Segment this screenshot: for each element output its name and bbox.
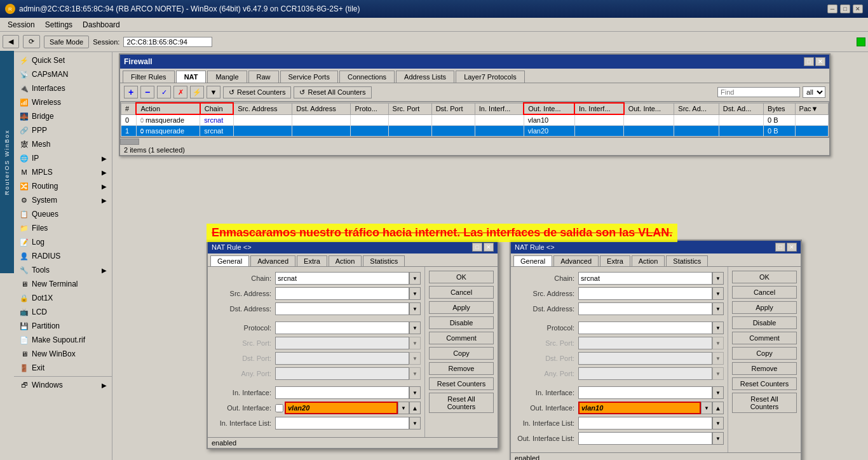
sidebar-item-queues[interactable]: 📋 Queues (14, 207, 112, 221)
session-input[interactable] (123, 37, 212, 47)
nat-rule-1-tab-general[interactable]: General (210, 255, 249, 266)
protocol-dropdown[interactable]: ▼ (409, 321, 421, 334)
nat2-out-interface-up-btn[interactable]: ▲ (712, 402, 724, 414)
nat-rule-2-reset-counters-btn[interactable]: Reset Counters (732, 377, 797, 390)
nat-rule-2-tab-general[interactable]: General (513, 255, 552, 266)
nat-rule-2-remove-btn[interactable]: Remove (732, 362, 797, 375)
nat-rule-2-copy-btn[interactable]: Copy (732, 347, 797, 360)
sidebar-item-routing[interactable]: 🔀 Routing ▶ (14, 179, 112, 193)
add-rule-btn[interactable]: + (124, 86, 138, 98)
sidebar-item-windows[interactable]: 🗗 Windows ▶ (14, 378, 112, 392)
menu-dashboard[interactable]: Dashboard (78, 19, 125, 30)
sidebar-item-lcd[interactable]: 📺 LCD (14, 305, 112, 319)
table-row[interactable]: 0 ⧮masquerade srcnat vlan10 (121, 114, 829, 126)
nat2-chain-input[interactable] (578, 272, 712, 285)
in-interface-dropdown[interactable]: ▼ (409, 386, 421, 399)
out-interface-input[interactable] (285, 402, 398, 414)
nat-rule-2-minimize[interactable]: □ (775, 243, 785, 252)
sidebar-item-new-winbox[interactable]: 🖥 New WinBox (14, 347, 112, 361)
nat2-in-interface-dropdown[interactable]: ▼ (712, 386, 724, 399)
sidebar-item-mpls[interactable]: M MPLS ▶ (14, 165, 112, 179)
safe-mode-btn[interactable]: Safe Mode (44, 36, 89, 48)
nat2-protocol-input[interactable] (578, 321, 712, 334)
out-interface-up-btn[interactable]: ▲ (409, 402, 421, 414)
nat2-src-input[interactable] (578, 287, 712, 300)
nat-rule-2-tab-action[interactable]: Action (632, 255, 665, 266)
nat-rule-2-cancel-btn[interactable]: Cancel (732, 286, 797, 299)
dst-address-input[interactable] (275, 302, 409, 315)
nat-rule-2-reset-all-btn[interactable]: Reset All Counters (732, 393, 797, 413)
nat-rule-2-disable-btn[interactable]: Disable (732, 316, 797, 329)
firewall-close-btn[interactable]: ✕ (815, 57, 825, 66)
menu-settings[interactable]: Settings (40, 19, 78, 30)
nat-rule-1-disable-btn[interactable]: Disable (429, 316, 494, 329)
nat2-in-interface-list-input[interactable] (578, 417, 712, 430)
remove-rule-btn[interactable]: − (140, 86, 154, 98)
sidebar-item-dot1x[interactable]: 🔒 Dot1X (14, 291, 112, 305)
reset-counters-btn[interactable]: ↺ Reset Counters (223, 86, 291, 98)
nat-rule-1-reset-counters-btn[interactable]: Reset Counters (429, 377, 494, 390)
tab-filter-rules[interactable]: Filter Rules (123, 71, 175, 83)
nat-rule-1-close[interactable]: ✕ (484, 243, 494, 252)
menu-session[interactable]: Session (3, 19, 40, 30)
tab-nat[interactable]: NAT (176, 71, 207, 83)
enable-rule-btn[interactable]: ✓ (157, 86, 171, 98)
table-scrollbar[interactable] (120, 137, 829, 145)
nat2-protocol-dropdown[interactable]: ▼ (712, 321, 724, 334)
nat2-dst-input[interactable] (578, 302, 712, 315)
sidebar-item-tools[interactable]: 🔧 Tools ▶ (14, 263, 112, 277)
nat-rule-1-minimize[interactable]: □ (472, 243, 482, 252)
sidebar-item-files[interactable]: 📁 Files (14, 221, 112, 235)
sidebar-item-capsman[interactable]: 📡 CAPsMAN (14, 67, 112, 81)
firewall-minimize-btn[interactable]: □ (804, 57, 814, 66)
nat-rule-1-ok-btn[interactable]: OK (429, 271, 494, 283)
tab-layer7[interactable]: Layer7 Protocols (456, 71, 525, 83)
sidebar-item-partition[interactable]: 💾 Partition (14, 319, 112, 333)
out-interface-checkbox[interactable] (275, 404, 283, 412)
sidebar-item-ip[interactable]: 🌐 IP ▶ (14, 151, 112, 165)
nat-rule-2-apply-btn[interactable]: Apply (732, 301, 797, 314)
scroll-thumb[interactable] (120, 139, 139, 145)
nat2-out-interface-list-dropdown[interactable]: ▼ (712, 432, 724, 445)
nat2-out-interface-list-input[interactable] (578, 432, 712, 445)
out-interface-dropdown[interactable]: ▼ (398, 402, 409, 414)
nat-rule-2-close[interactable]: ✕ (787, 243, 797, 252)
close-btn[interactable]: ✕ (853, 4, 863, 13)
back-btn[interactable]: ◀ (3, 35, 19, 48)
chain-input[interactable] (275, 272, 409, 285)
sidebar-item-system[interactable]: ⚙ System ▶ (14, 193, 112, 207)
sidebar-item-bridge[interactable]: 🌉 Bridge (14, 109, 112, 123)
sidebar-item-new-terminal[interactable]: 🖥 New Terminal (14, 277, 112, 291)
nat-rule-1-cancel-btn[interactable]: Cancel (429, 286, 494, 299)
nat2-dst-dropdown[interactable]: ▼ (712, 302, 724, 315)
find-select[interactable]: all (803, 86, 825, 98)
nat-rule-1-tab-statistics[interactable]: Statistics (363, 255, 405, 266)
minimize-btn[interactable]: ─ (827, 4, 837, 13)
chain-dropdown-btn[interactable]: ▼ (409, 272, 421, 285)
tab-mangle[interactable]: Mangle (207, 71, 247, 83)
reset-all-counters-btn[interactable]: ↺ Reset All Counters (294, 86, 371, 98)
refresh-btn[interactable]: ⟳ (23, 35, 40, 48)
find-input[interactable] (717, 87, 800, 97)
sidebar-item-interfaces[interactable]: 🔌 Interfaces (14, 81, 112, 95)
nat-rule-2-ok-btn[interactable]: OK (732, 271, 797, 283)
protocol-input[interactable] (275, 321, 409, 334)
in-interface-list-input[interactable] (275, 417, 409, 430)
nat2-in-interface-input[interactable] (578, 386, 712, 399)
nat-rule-2-tab-extra[interactable]: Extra (600, 255, 630, 266)
nat-rule-1-tab-extra[interactable]: Extra (297, 255, 327, 266)
nat2-chain-dropdown[interactable]: ▼ (712, 272, 724, 285)
tab-raw[interactable]: Raw (248, 71, 279, 83)
sidebar-item-log[interactable]: 📝 Log (14, 235, 112, 249)
src-address-input[interactable] (275, 287, 409, 300)
nat-rule-1-remove-btn[interactable]: Remove (429, 362, 494, 375)
sidebar-item-mesh[interactable]: 🕸 Mesh (14, 137, 112, 151)
nat2-src-dropdown[interactable]: ▼ (712, 287, 724, 300)
nat-rule-1-tab-action[interactable]: Action (329, 255, 362, 266)
nat-rule-1-reset-all-btn[interactable]: Reset All Counters (429, 393, 494, 413)
src-address-dropdown[interactable]: ▼ (409, 287, 421, 300)
copy-rule-btn[interactable]: ⚡ (190, 86, 204, 98)
sidebar-item-radius[interactable]: 👤 RADIUS (14, 249, 112, 263)
nat2-in-interface-list-dropdown[interactable]: ▼ (712, 417, 724, 430)
nat-rule-2-comment-btn[interactable]: Comment (732, 332, 797, 344)
